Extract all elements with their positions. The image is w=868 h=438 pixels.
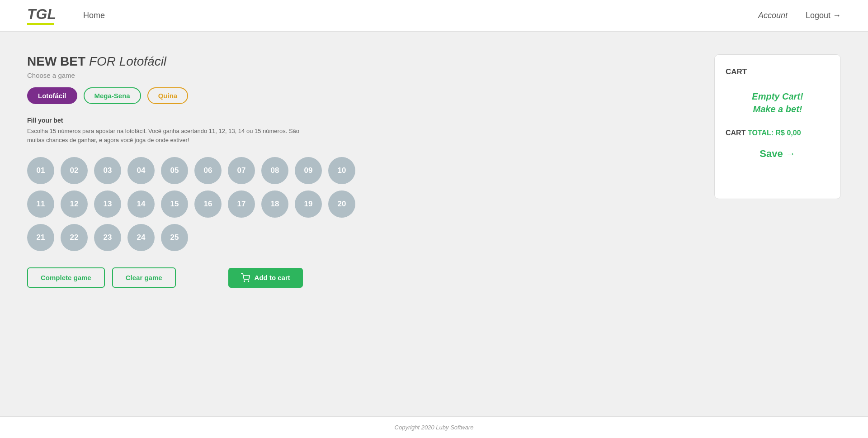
num-ball-02[interactable]: 02 bbox=[61, 157, 88, 184]
num-ball-11[interactable]: 11 bbox=[27, 190, 54, 218]
nav-right: Account Logout → bbox=[758, 11, 841, 20]
num-ball-22[interactable]: 22 bbox=[61, 224, 88, 251]
page-title-for: FOR bbox=[89, 54, 116, 68]
cart-empty-line2: Make a bet! bbox=[726, 103, 830, 115]
num-ball-08[interactable]: 08 bbox=[261, 157, 288, 184]
number-row-1: 01 02 03 04 05 06 07 08 09 10 bbox=[27, 157, 696, 184]
svg-point-0 bbox=[244, 281, 245, 281]
page-title: NEW BET FOR Lotofácil bbox=[27, 54, 696, 69]
nav-logout-link[interactable]: Logout → bbox=[806, 11, 841, 20]
number-row-3: 21 22 23 24 25 bbox=[27, 224, 696, 251]
num-ball-01[interactable]: 01 bbox=[27, 157, 54, 184]
num-ball-03[interactable]: 03 bbox=[94, 157, 121, 184]
num-ball-04[interactable]: 04 bbox=[127, 157, 155, 184]
num-ball-10[interactable]: 10 bbox=[328, 157, 355, 184]
clear-game-button[interactable]: Clear game bbox=[112, 267, 176, 288]
fill-label: Fill your bet bbox=[27, 117, 696, 124]
number-row-2: 11 12 13 14 15 16 17 18 19 20 bbox=[27, 190, 696, 218]
num-ball-09[interactable]: 09 bbox=[295, 157, 322, 184]
game-btn-lotofacil[interactable]: Lotofácil bbox=[27, 87, 77, 104]
page-title-game: Lotofácil bbox=[119, 54, 166, 68]
num-ball-05[interactable]: 05 bbox=[161, 157, 188, 184]
game-selector: Lotofácil Mega-Sena Quina bbox=[27, 87, 696, 104]
footer: Copyright 2020 Luby Software bbox=[0, 416, 868, 438]
svg-point-1 bbox=[248, 281, 249, 281]
game-btn-megasena[interactable]: Mega-Sena bbox=[84, 87, 141, 104]
number-grid: 01 02 03 04 05 06 07 08 09 10 11 12 13 1… bbox=[27, 157, 696, 251]
num-ball-13[interactable]: 13 bbox=[94, 190, 121, 218]
left-panel: NEW BET FOR Lotofácil Choose a game Loto… bbox=[27, 54, 696, 398]
main-nav: Home Account Logout → bbox=[83, 11, 841, 20]
num-ball-18[interactable]: 18 bbox=[261, 190, 288, 218]
cart-panel: CART Empty Cart! Make a bet! CART TOTAL:… bbox=[714, 54, 841, 398]
cart-title: CART bbox=[726, 67, 747, 76]
num-ball-19[interactable]: 19 bbox=[295, 190, 322, 218]
num-ball-14[interactable]: 14 bbox=[127, 190, 155, 218]
game-btn-quina[interactable]: Quina bbox=[147, 87, 189, 104]
num-ball-23[interactable]: 23 bbox=[94, 224, 121, 251]
save-button[interactable]: Save → bbox=[726, 148, 830, 160]
choose-label: Choose a game bbox=[27, 71, 696, 79]
complete-game-button[interactable]: Complete game bbox=[27, 267, 105, 288]
logo-text: TGL bbox=[27, 7, 56, 21]
action-buttons: Complete game Clear game Add to cart bbox=[27, 267, 696, 288]
cart-empty-line1: Empty Cart! bbox=[726, 90, 830, 103]
fill-description: Escolha 15 números para apostar na lotof… bbox=[27, 127, 316, 144]
footer-text: Copyright 2020 Luby Software bbox=[395, 424, 474, 431]
cart-total-label: CART bbox=[726, 129, 745, 137]
cart-empty-message: Empty Cart! Make a bet! bbox=[726, 90, 830, 115]
add-to-cart-button[interactable]: Add to cart bbox=[228, 268, 303, 288]
num-ball-16[interactable]: 16 bbox=[194, 190, 222, 218]
num-ball-25[interactable]: 25 bbox=[161, 224, 188, 251]
nav-account-link[interactable]: Account bbox=[758, 11, 788, 20]
add-to-cart-label: Add to cart bbox=[255, 274, 290, 281]
num-ball-17[interactable]: 17 bbox=[228, 190, 255, 218]
num-ball-20[interactable]: 20 bbox=[328, 190, 355, 218]
num-ball-06[interactable]: 06 bbox=[194, 157, 222, 184]
logo: TGL bbox=[27, 7, 56, 25]
cart-total: CART TOTAL: R$ 0,00 bbox=[726, 129, 801, 137]
cart-icon bbox=[241, 273, 250, 282]
num-ball-12[interactable]: 12 bbox=[61, 190, 88, 218]
num-ball-21[interactable]: 21 bbox=[27, 224, 54, 251]
cart-total-value: TOTAL: R$ 0,00 bbox=[748, 129, 801, 137]
nav-home-link[interactable]: Home bbox=[83, 11, 105, 20]
num-ball-24[interactable]: 24 bbox=[127, 224, 155, 251]
cart-box: CART Empty Cart! Make a bet! CART TOTAL:… bbox=[714, 54, 841, 199]
logo-underline bbox=[27, 23, 54, 25]
num-ball-15[interactable]: 15 bbox=[161, 190, 188, 218]
page-title-new: NEW BET bbox=[27, 54, 85, 68]
num-ball-07[interactable]: 07 bbox=[228, 157, 255, 184]
